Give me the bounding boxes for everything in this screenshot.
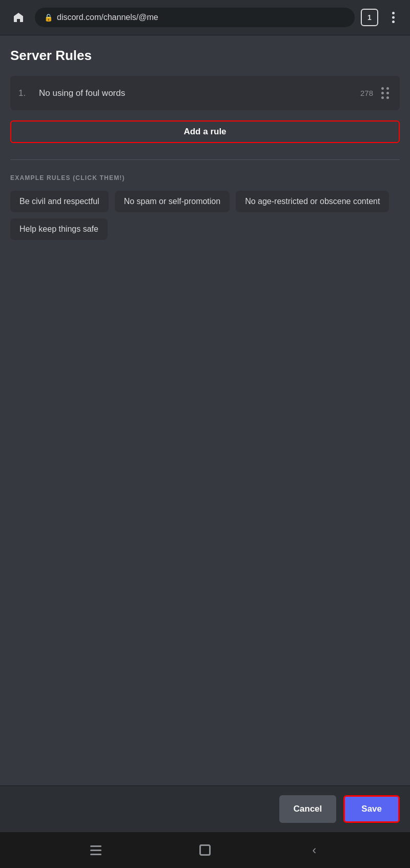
example-rules-grid: Be civil and respectful No spam or self-… — [10, 191, 400, 240]
example-rule-chip-3[interactable]: No age-restricted or obscene content — [236, 191, 389, 212]
action-bar: Cancel Save — [0, 785, 410, 832]
example-rule-chip-4[interactable]: Help keep things safe — [10, 218, 108, 240]
rule-item: 1. No using of foul words 278 — [10, 76, 400, 110]
svg-point-2 — [392, 21, 395, 23]
more-options-button[interactable] — [384, 9, 402, 26]
browser-chrome: 🔒 discord.com/channels/@me 1 — [0, 0, 410, 35]
rule-char-count: 278 — [360, 89, 373, 97]
svg-point-0 — [392, 12, 395, 14]
example-rule-chip-1[interactable]: Be civil and respectful — [10, 191, 109, 212]
rule-content: 1. No using of foul words — [18, 88, 360, 98]
home-button[interactable] — [8, 7, 29, 28]
rule-text: No using of foul words — [39, 88, 125, 98]
rule-number: 1. — [18, 88, 31, 98]
back-nav-button[interactable]: ‹ — [301, 837, 327, 863]
section-divider — [10, 159, 400, 160]
svg-point-1 — [392, 16, 395, 19]
url-text: discord.com/channels/@me — [57, 13, 158, 22]
tab-count[interactable]: 1 — [361, 9, 378, 26]
example-rules-heading: EXAMPLE RULES (CLICK THEM!) — [10, 174, 400, 181]
main-content: Server Rules 1. No using of foul words 2… — [0, 35, 410, 785]
home-nav-button[interactable] — [192, 837, 218, 863]
add-rule-button[interactable]: Add a rule — [10, 120, 400, 143]
cancel-button[interactable]: Cancel — [279, 795, 337, 823]
page-title: Server Rules — [10, 48, 400, 64]
save-button[interactable]: Save — [343, 795, 400, 823]
example-rule-chip-2[interactable]: No spam or self-promotion — [115, 191, 230, 212]
drag-handle[interactable] — [379, 85, 392, 101]
address-bar[interactable]: 🔒 discord.com/channels/@me — [35, 8, 355, 27]
android-nav-bar: ‹ — [0, 832, 410, 868]
lock-icon: 🔒 — [44, 13, 53, 22]
recent-apps-button[interactable] — [83, 837, 109, 863]
